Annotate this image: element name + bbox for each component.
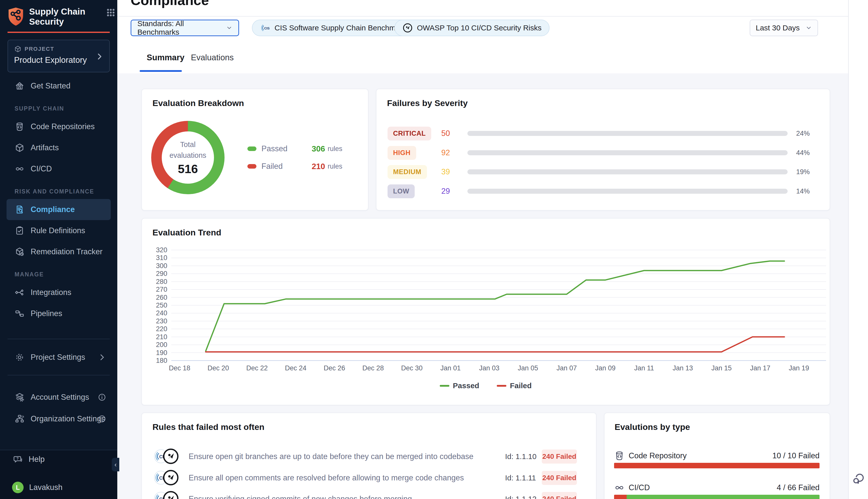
sidebar-item-project-settings[interactable]: Project Settings bbox=[7, 347, 111, 368]
sidebar-item-organization-settings[interactable]: Organization Settings bbox=[7, 408, 111, 429]
rule-description: Ensure all open comments are resolved be… bbox=[189, 473, 490, 483]
card-title: Rules that failed most often bbox=[152, 422, 264, 432]
home-icon bbox=[15, 81, 25, 91]
legend-failed-row: Failed 210 rules bbox=[247, 161, 342, 172]
chat-support-icon[interactable] bbox=[851, 472, 865, 486]
failures-by-severity-card: Failures by Severity CRITICAL5024%HIGH92… bbox=[376, 89, 830, 210]
severity-bar bbox=[468, 131, 788, 136]
sidebar-item-ci-cd[interactable]: CI/CD bbox=[7, 158, 111, 179]
severity-badge: MEDIUM bbox=[387, 165, 427, 179]
failed-count: 210 bbox=[312, 162, 325, 171]
severity-percent: 14% bbox=[796, 187, 810, 195]
failed-count-badge: 240 Failed bbox=[542, 492, 577, 499]
type-row-ci-cd: CI/CD4 / 66 Failed bbox=[614, 480, 819, 495]
svg-text:320: 320 bbox=[156, 246, 167, 254]
rule-row[interactable]: CISEnsure open git branches are up to da… bbox=[153, 448, 586, 465]
svg-text:Jan 07: Jan 07 bbox=[557, 364, 577, 372]
shield-logo-icon bbox=[8, 7, 24, 26]
sidebar-item-get-started[interactable]: Get Started bbox=[7, 75, 111, 97]
sidebar-item-label: CI/CD bbox=[30, 164, 52, 173]
doc-search-icon bbox=[15, 205, 25, 215]
sidebar-section-label: MANAGE bbox=[15, 267, 117, 282]
project-selector[interactable]: PROJECT Product Exploratory bbox=[8, 40, 110, 72]
svg-text:200: 200 bbox=[156, 341, 167, 349]
info-icon[interactable] bbox=[98, 415, 106, 423]
sidebar-item-code-repositories[interactable]: Code Repositories bbox=[7, 116, 111, 137]
sidebar-collapse-button[interactable]: ‹ bbox=[112, 458, 119, 471]
svg-text:180: 180 bbox=[156, 357, 167, 364]
severity-bar bbox=[468, 169, 788, 174]
svg-text:CIS: CIS bbox=[264, 26, 270, 30]
project-name: Product Exploratory bbox=[14, 55, 103, 65]
avatar: L bbox=[12, 482, 24, 493]
repo-icon bbox=[614, 451, 625, 461]
info-icon[interactable] bbox=[98, 393, 106, 402]
layers-gear-icon bbox=[15, 392, 25, 402]
severity-count: 92 bbox=[441, 148, 468, 157]
rule-id: Id: 1.1.10 bbox=[505, 452, 539, 461]
rule-row[interactable]: CISEnsure all open comments are resolved… bbox=[153, 469, 586, 487]
severity-badge: LOW bbox=[387, 184, 415, 198]
sidebar-item-artifacts[interactable]: Artifacts bbox=[7, 137, 111, 158]
type-row-code-repository: Code Repository10 / 10 Failed bbox=[614, 448, 819, 463]
passed-dot-icon bbox=[247, 146, 257, 151]
date-range-select[interactable]: Last 30 Days bbox=[750, 20, 818, 36]
pipeline-icon bbox=[15, 308, 25, 319]
type-failed-value: 10 / 10 Failed bbox=[772, 451, 819, 460]
sidebar-item-label: Compliance bbox=[30, 205, 75, 214]
chevron-right-icon bbox=[95, 52, 104, 61]
evaluation-trend-card: Evaluation Trend 18019020021022023024025… bbox=[141, 218, 830, 405]
svg-text:Dec 18: Dec 18 bbox=[169, 364, 190, 372]
sidebar-item-remediation-tracker[interactable]: Remediation Tracker bbox=[7, 241, 111, 262]
svg-text:Jan 19: Jan 19 bbox=[789, 364, 809, 372]
svg-text:Dec 30: Dec 30 bbox=[401, 364, 423, 372]
owasp-chip[interactable]: OWASP Top 10 CI/CD Security Risks bbox=[394, 20, 549, 36]
svg-text:Dec 24: Dec 24 bbox=[285, 364, 307, 372]
rule-description: Ensure verifying signed commits of new c… bbox=[189, 495, 490, 499]
card-title: Evalutions by type bbox=[615, 422, 690, 432]
org-chart-gear-icon bbox=[15, 414, 25, 424]
sidebar-footer: ? Help L Lavakush bbox=[0, 450, 117, 499]
svg-text:210: 210 bbox=[156, 333, 167, 341]
app-switcher-grid-icon[interactable] bbox=[105, 7, 116, 18]
sidebar-item-rule-definitions[interactable]: Rule Definitions bbox=[7, 220, 111, 241]
svg-text:Jan 05: Jan 05 bbox=[518, 364, 538, 372]
nodes-icon bbox=[15, 288, 25, 297]
help-chat-icon: ? bbox=[13, 454, 23, 464]
severity-count: 50 bbox=[441, 129, 468, 138]
evaluations-by-type-card: Evalutions by type Code Repository10 / 1… bbox=[604, 413, 830, 499]
severity-row-low: LOW2914% bbox=[387, 184, 819, 198]
severity-row-critical: CRITICAL5024% bbox=[387, 126, 819, 141]
right-gutter bbox=[848, 0, 868, 499]
sidebar-user[interactable]: L Lavakush bbox=[7, 478, 111, 497]
rules-failed-most-often-card: Rules that failed most often CISEnsure o… bbox=[141, 413, 596, 499]
trend-line-passed bbox=[206, 261, 784, 351]
rule-row[interactable]: CISEnsure verifying signed commits of ne… bbox=[153, 490, 586, 499]
sidebar-item-label: Rule Definitions bbox=[30, 226, 85, 235]
owasp-logo-icon bbox=[162, 448, 179, 465]
svg-text:240: 240 bbox=[156, 309, 167, 317]
svg-text:?: ? bbox=[16, 456, 18, 461]
tab-evaluations[interactable]: Evaluations bbox=[191, 53, 234, 62]
severity-row-medium: MEDIUM3919% bbox=[387, 165, 819, 179]
sidebar-item-pipelines[interactable]: Pipelines bbox=[7, 303, 111, 324]
standards-filter-select[interactable]: Standards: All Benchmarks bbox=[131, 20, 239, 36]
type-failed-value: 4 / 66 Failed bbox=[777, 483, 819, 492]
type-label: Code Repository bbox=[629, 451, 687, 460]
total-evaluations-value: 516 bbox=[178, 162, 198, 176]
svg-text:Jan 01: Jan 01 bbox=[440, 364, 461, 372]
evaluation-trend-chart: 1801902002102202302402502602702802903003… bbox=[142, 219, 831, 406]
sidebar-item-compliance[interactable]: Compliance bbox=[7, 199, 111, 220]
severity-percent: 44% bbox=[796, 149, 810, 157]
brand-accent-divider bbox=[8, 32, 110, 33]
rule-id: Id: 1.1.12 bbox=[505, 495, 539, 499]
sidebar-item-help[interactable]: ? Help bbox=[7, 450, 111, 468]
sidebar-item-account-settings[interactable]: Account Settings bbox=[7, 387, 111, 408]
chevron-right-icon bbox=[98, 353, 106, 362]
svg-text:Dec 20: Dec 20 bbox=[208, 364, 229, 372]
tab-summary[interactable]: Summary bbox=[147, 53, 184, 62]
svg-text:Jan 17: Jan 17 bbox=[750, 364, 770, 372]
svg-text:Dec 26: Dec 26 bbox=[324, 364, 345, 372]
sidebar-nav: Get StartedSUPPLY CHAINCode Repositories… bbox=[0, 75, 117, 324]
sidebar-item-integrations[interactable]: Integrations bbox=[7, 282, 111, 303]
